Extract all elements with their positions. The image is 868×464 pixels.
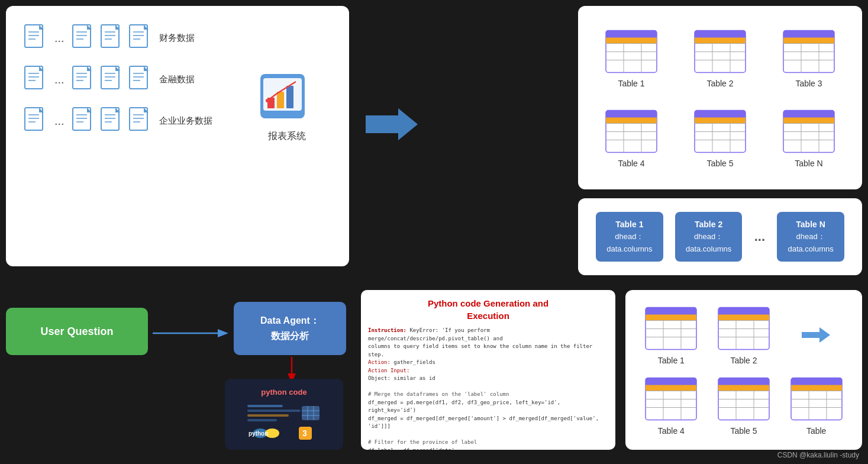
result-table-2-label: Table 2 <box>730 356 757 365</box>
report-system-icon <box>254 71 320 130</box>
table-1-label: Table 1 <box>618 79 644 88</box>
table-desc-1-content: dhead：data.columns <box>606 231 652 256</box>
table-icon-1 <box>605 28 658 75</box>
result-table-final-label: Table <box>806 426 826 436</box>
result-table-icon-final <box>790 375 843 423</box>
watermark: CSDN @kaka.liulin -study <box>777 451 859 459</box>
result-table-5: Table 5 <box>717 375 770 436</box>
code-gen-title: Python code Generation and Execution <box>368 297 608 322</box>
python-code-box: python code python 3 <box>225 379 343 450</box>
table-desc-1-title: Table 1 <box>606 218 652 231</box>
tables-grid-panel: Table 1 Table 2 Table 3 <box>578 6 862 189</box>
svg-text:python: python <box>249 430 268 437</box>
code-gen-text: Instruction: KeyError: 'If you perform m… <box>368 327 608 450</box>
result-table-icon-2 <box>717 305 770 352</box>
table-icon-5 <box>693 108 747 155</box>
result-table-1-label: Table 1 <box>658 356 685 365</box>
table-item-n: Table N <box>782 108 835 168</box>
business-label: 企业业务数据 <box>159 115 212 127</box>
python-code-title: python code <box>261 388 306 397</box>
svg-rect-121 <box>247 410 301 412</box>
svg-rect-77 <box>695 37 746 43</box>
result-table-final: Table <box>790 375 843 436</box>
svg-marker-150 <box>802 327 830 343</box>
table-icon-2 <box>693 28 747 75</box>
doc-icon-4 <box>128 24 152 52</box>
svg-rect-85 <box>783 37 834 43</box>
table-item-2: Table 2 <box>693 28 747 88</box>
svg-point-65 <box>266 99 269 102</box>
svg-rect-123 <box>247 419 277 421</box>
table-item-5: Table 5 <box>693 108 747 168</box>
table-desc-2: Table 2 dhead：data.columns <box>675 212 742 262</box>
doc-icon-6 <box>72 65 95 94</box>
svg-rect-64 <box>286 86 293 108</box>
table-desc-n-content: dhead：data.columns <box>788 231 833 256</box>
result-table-4-label: Table 4 <box>658 426 685 436</box>
svg-rect-63 <box>277 92 284 108</box>
svg-rect-122 <box>247 414 289 417</box>
table-desc-2-title: Table 2 <box>686 218 731 231</box>
table-icon-3 <box>782 28 835 75</box>
dots-3: ... <box>54 114 64 128</box>
svg-rect-161 <box>718 385 769 391</box>
svg-rect-101 <box>695 117 746 123</box>
table-desc-2-content: dhead：data.columns <box>686 231 731 256</box>
result-table-5-label: Table 5 <box>730 426 757 436</box>
doc-icon-8 <box>128 65 152 94</box>
svg-rect-144 <box>718 314 769 320</box>
doc-icon-12 <box>128 107 152 135</box>
svg-rect-120 <box>247 405 283 407</box>
doc-icon-10 <box>72 107 95 135</box>
result-arrow-icon <box>802 326 831 344</box>
table-desc-1: Table 1 dhead：data.columns <box>596 212 663 262</box>
user-question-box: User Question <box>6 308 148 355</box>
code-gen-panel: Python code Generation and Execution Ins… <box>361 290 615 450</box>
table-3-label: Table 3 <box>795 79 822 88</box>
result-table-icon-1 <box>644 305 698 352</box>
table-2-label: Table 2 <box>706 79 733 88</box>
table-desc-n: Table N dhead：data.columns <box>777 212 844 262</box>
data-agent-line2: 数据分析 <box>271 328 309 344</box>
doc-icon-7 <box>100 65 124 94</box>
dots-1: ... <box>54 31 64 45</box>
table-desc-n-title: Table N <box>788 218 833 231</box>
left-data-panel: ... 财务数据 ... 金融数据 ... 企业业务数据 <box>6 6 349 266</box>
doc-icon-5 <box>24 65 47 94</box>
svg-marker-116 <box>218 329 228 337</box>
desc-dots: ... <box>754 229 765 244</box>
table-icon-n <box>782 108 835 155</box>
finance-label: 金融数据 <box>159 74 195 85</box>
table-icon-4 <box>605 108 658 155</box>
svg-rect-124 <box>302 406 320 420</box>
svg-rect-69 <box>606 37 657 43</box>
financial-label: 财务数据 <box>159 33 195 44</box>
dots-2: ... <box>54 73 64 86</box>
svg-rect-153 <box>646 385 696 391</box>
table-4-label: Table 4 <box>618 159 644 168</box>
table-5-label: Table 5 <box>706 159 733 168</box>
tables-desc-panel: Table 1 dhead：data.columns Table 2 dhead… <box>578 198 862 275</box>
doc-icon-9 <box>24 107 47 135</box>
result-table-2: Table 2 <box>717 305 770 365</box>
financial-data-row: ... 财务数据 <box>24 24 331 52</box>
doc-icon-2 <box>72 24 95 52</box>
svg-rect-136 <box>646 314 696 320</box>
svg-rect-109 <box>783 117 834 123</box>
report-system-area: 报表系统 <box>254 71 320 143</box>
result-table-icon-4 <box>644 375 698 423</box>
table-item-1: Table 1 <box>605 28 658 88</box>
user-question-label: User Question <box>40 326 113 338</box>
result-table-1: Table 1 <box>644 305 698 365</box>
data-agent-line1: Data Agent： <box>260 313 320 328</box>
result-table-4: Table 4 <box>644 375 698 436</box>
table-n-label: Table N <box>795 159 822 168</box>
result-table-icon-5 <box>717 375 770 423</box>
doc-icon-3 <box>100 24 124 52</box>
data-agent-box: Data Agent： 数据分析 <box>234 302 346 355</box>
table-item-4: Table 4 <box>605 108 658 168</box>
result-arrow-container <box>802 326 831 344</box>
svg-marker-66 <box>366 108 418 140</box>
doc-icon-11 <box>100 107 124 135</box>
doc-icon-1 <box>24 24 47 52</box>
